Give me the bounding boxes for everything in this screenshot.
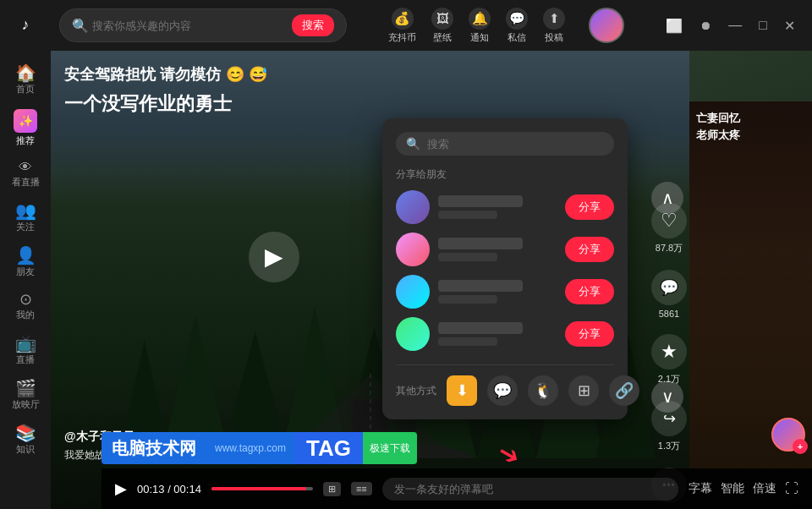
playback-play-icon[interactable]: ▶ xyxy=(115,479,127,498)
comment-action[interactable]: 💬 5861 xyxy=(651,270,687,319)
warning-text: 安全驾路担忧 请勿模仿 😊 😅 xyxy=(64,64,267,85)
follow-icon: 👥 xyxy=(15,202,36,219)
post-action[interactable]: ⬆ 投稿 xyxy=(543,8,565,44)
right-video-panel: 亡妻回忆 老师太疼 + xyxy=(689,101,812,468)
message-action[interactable]: 💬 私信 xyxy=(506,8,528,44)
search-bar: 🔍 搜索 xyxy=(59,8,347,42)
sidebar-item-knowledge[interactable]: 📚 知识 xyxy=(3,419,47,461)
minimize-icon[interactable]: — xyxy=(725,14,745,36)
maximize-icon[interactable]: □ xyxy=(755,14,771,36)
sidebar-label-home: 首页 xyxy=(16,83,35,96)
subtitle-toggle[interactable]: 字幕 xyxy=(689,481,712,496)
user-avatar[interactable] xyxy=(589,8,624,43)
comment-icon: 💬 xyxy=(651,270,687,305)
share-section-label: 分享给朋友 xyxy=(396,167,614,182)
hero-text: 一个没写作业的勇士 xyxy=(64,91,267,117)
download-share-icon[interactable]: ⬇ xyxy=(447,375,477,406)
wallpaper-action[interactable]: 🖼 壁纸 xyxy=(431,8,453,44)
share-friend-4-btn[interactable]: 分享 xyxy=(565,321,614,347)
knowledge-icon: 📚 xyxy=(15,424,36,441)
notify-icon: 🔔 xyxy=(469,8,491,30)
time-display: 00:13 / 00:14 xyxy=(137,483,201,495)
sidebar-label-live: 直播 xyxy=(16,353,35,366)
wechat-share-icon[interactable]: 💬 xyxy=(487,375,518,406)
charge-icon: 💰 xyxy=(392,8,414,30)
share-friends-list: 分享 分享 分享 xyxy=(396,190,614,351)
share-icon: ↪ xyxy=(651,401,687,436)
link-share-icon[interactable]: 🔗 xyxy=(609,375,639,406)
like-action[interactable]: ♡ 87.8万 xyxy=(651,203,687,254)
sidebar-label-recommend: 推荐 xyxy=(16,134,35,147)
sidebar-item-live[interactable]: 📺 直播 xyxy=(3,330,47,371)
star-icon: ★ xyxy=(651,334,687,369)
notify-action[interactable]: 🔔 通知 xyxy=(469,8,491,44)
video-info: @木子和又又 1周前 我爱她故意的大声笑 也爱她似天气似多变的情绪 #班主任 xyxy=(64,430,319,462)
sidebar-item-cinema[interactable]: 🎬 放映厅 xyxy=(3,375,47,416)
friend-info-1 xyxy=(438,195,565,219)
right-panel-bg: 亡妻回忆 老师太疼 + xyxy=(689,101,812,468)
share-search-bar: 🔍 xyxy=(396,132,614,156)
share-friend-row: 分享 xyxy=(396,317,614,351)
charge-action[interactable]: 💰 充抖币 xyxy=(388,8,416,44)
other-methods: 其他方式 ⬇ 💬 🐧 ⊞ 🔗 xyxy=(396,375,614,406)
right-panel-avatar: + xyxy=(771,418,805,452)
titlebar-actions: 💰 充抖币 🖼 壁纸 🔔 通知 💬 私信 ⬆ 投稿 xyxy=(364,8,649,44)
close-icon[interactable]: ✕ xyxy=(781,14,798,37)
author-line: @木子和又又 1周前 xyxy=(64,430,319,445)
sidebar-item-friends[interactable]: 👤 朋友 xyxy=(3,242,47,283)
screen-toggle-icon[interactable]: ⬜ xyxy=(662,14,686,37)
wallpaper-label: 壁纸 xyxy=(433,31,452,44)
comment-count: 5861 xyxy=(659,309,679,319)
method-icons: ⬇ 💬 🐧 ⊞ 🔗 xyxy=(447,375,639,406)
qq-share-icon[interactable]: 🐧 xyxy=(528,375,558,406)
friend-avatar-2 xyxy=(396,233,430,266)
sidebar-item-follow[interactable]: 👥 关注 xyxy=(3,197,47,238)
logo-area: ♪ xyxy=(0,10,51,41)
share-action[interactable]: ↪ 1.3万 xyxy=(651,401,687,452)
share-friend-row: 分享 xyxy=(396,233,614,266)
sidebar-item-recommend[interactable]: ✨ 推荐 xyxy=(3,104,47,152)
side-actions-column: ♡ 87.8万 💬 5861 ★ 2.1万 ↪ 1.3万 ••• xyxy=(651,203,687,503)
fullscreen-icon[interactable]: ⛶ xyxy=(785,481,798,496)
record-icon[interactable]: ⏺ xyxy=(696,15,715,36)
post-icon: ⬆ xyxy=(543,8,565,30)
friend-name-4 xyxy=(438,322,523,334)
search-button[interactable]: 搜索 xyxy=(292,14,334,36)
message-icon: 💬 xyxy=(506,8,528,30)
share-friend-2-btn[interactable]: 分享 xyxy=(565,237,614,262)
star-action[interactable]: ★ 2.1万 xyxy=(651,334,687,386)
grid-share-icon[interactable]: ⊞ xyxy=(568,375,599,406)
share-search-input[interactable] xyxy=(427,138,604,151)
sidebar-item-kanzhibo[interactable]: 👁 看直播 xyxy=(3,156,47,194)
share-popup: 🔍 分享给朋友 分享 分享 xyxy=(382,118,628,419)
plus-badge: + xyxy=(793,439,808,454)
sidebar-item-mine[interactable]: ⊙ 我的 xyxy=(3,287,47,326)
star-count: 2.1万 xyxy=(658,373,680,386)
friend-sub-2 xyxy=(438,253,497,261)
friend-avatar-4 xyxy=(396,317,430,351)
resolution-toggle[interactable]: 倍速 xyxy=(753,481,776,496)
video-tag: #班主任 xyxy=(283,449,320,461)
home-icon: 🏠 xyxy=(15,64,36,81)
right-panel-title: 亡妻回忆 老师太疼 xyxy=(696,110,805,143)
search-input[interactable] xyxy=(92,19,292,32)
share-friend-3-btn[interactable]: 分享 xyxy=(565,279,614,304)
resolution-icon: ⊞ xyxy=(323,482,341,496)
sidebar-label-mine: 我的 xyxy=(16,309,35,321)
share-friend-1-btn[interactable]: 分享 xyxy=(565,194,614,220)
comment-input[interactable] xyxy=(382,478,678,501)
play-button[interactable]: ▶ xyxy=(249,232,299,282)
friend-info-2 xyxy=(438,238,565,261)
like-icon: ♡ xyxy=(651,203,687,238)
svg-text:♪: ♪ xyxy=(22,16,30,33)
friend-sub-4 xyxy=(438,337,497,346)
friend-avatar-1 xyxy=(396,190,430,224)
friend-sub-3 xyxy=(438,295,497,304)
bottom-right-controls: 字幕 智能 倍速 ⛶ xyxy=(689,481,798,496)
friend-name-1 xyxy=(438,195,523,207)
sidebar-item-home[interactable]: 🏠 首页 xyxy=(3,59,47,101)
progress-bar[interactable] xyxy=(211,487,313,490)
friend-sub-1 xyxy=(438,211,497,219)
search-icon: 🔍 xyxy=(72,18,89,34)
smart-toggle[interactable]: 智能 xyxy=(721,481,744,496)
